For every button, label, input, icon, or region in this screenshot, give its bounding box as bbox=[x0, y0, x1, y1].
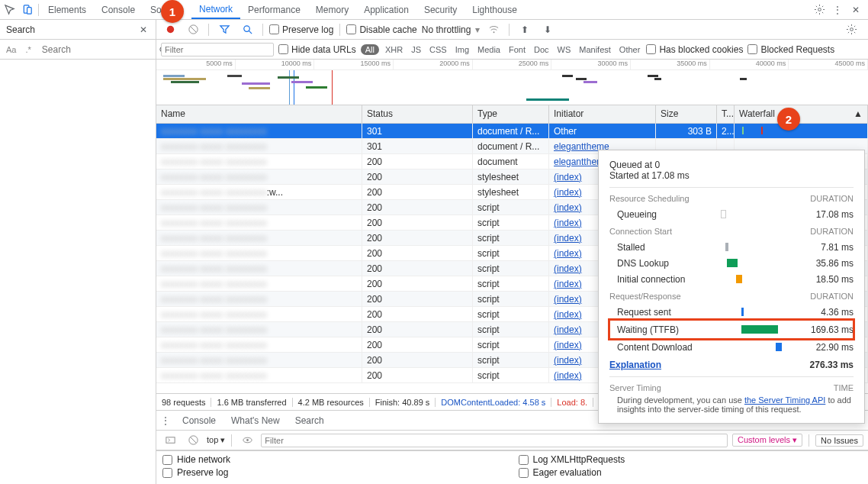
col-type[interactable]: Type bbox=[473, 105, 549, 123]
throttling-select[interactable]: No throttling bbox=[422, 24, 471, 35]
popup-queued: Queued at 0 bbox=[609, 160, 854, 170]
timeline-overview[interactable]: 5000 ms10000 ms15000 ms20000 ms25000 ms3… bbox=[156, 60, 868, 105]
popup-conn-value: 18.50 ms bbox=[794, 274, 854, 285]
popup-section-label: Request/Response bbox=[609, 292, 681, 301]
filter-type-xhr[interactable]: XHR bbox=[384, 45, 404, 54]
regex-icon[interactable]: .* bbox=[22, 45, 34, 54]
tab-security[interactable]: Security bbox=[416, 0, 465, 19]
popup-section-label: Resource Scheduling bbox=[609, 194, 690, 203]
popup-stalled-value: 7.81 ms bbox=[794, 242, 854, 253]
sort-icon: ▲ bbox=[854, 108, 863, 120]
download-har-icon[interactable]: ⬇ bbox=[538, 21, 557, 39]
issues-button[interactable]: No Issues bbox=[815, 434, 863, 447]
status-transferred: 1.6 MB transferred bbox=[211, 398, 292, 407]
disable-cache-checkbox[interactable]: Disable cache bbox=[346, 24, 416, 35]
drawer-tab-search[interactable]: Search bbox=[288, 411, 332, 430]
server-timing-desc: During development, you can use the Serv… bbox=[609, 395, 854, 414]
filter-type-font[interactable]: Font bbox=[507, 45, 527, 54]
col-status[interactable]: Status bbox=[362, 105, 473, 123]
col-waterfall[interactable]: Waterfall▲ bbox=[735, 105, 868, 123]
blocked-requests-checkbox[interactable]: Blocked Requests bbox=[747, 44, 834, 55]
filter-bar: Hide data URLs All XHRJSCSSImgMediaFontD… bbox=[156, 40, 868, 60]
drawer-tab-what-s-new[interactable]: What's New bbox=[223, 411, 288, 430]
hide-network-checkbox[interactable]: Hide network bbox=[162, 454, 506, 465]
wifi-icon[interactable] bbox=[484, 21, 503, 39]
device-toggle-icon[interactable] bbox=[18, 1, 37, 19]
kebab-icon[interactable]: ⋮ bbox=[828, 1, 847, 19]
svg-point-12 bbox=[246, 439, 249, 441]
drawer-tab-console[interactable]: Console bbox=[175, 411, 223, 430]
hide-data-urls-checkbox[interactable]: Hide data URLs bbox=[278, 44, 356, 55]
filter-type-img[interactable]: Img bbox=[454, 45, 471, 54]
filter-type-js[interactable]: JS bbox=[410, 45, 423, 54]
tab-lighthouse[interactable]: Lighthouse bbox=[465, 0, 525, 19]
upload-har-icon[interactable]: ⬆ bbox=[516, 21, 534, 39]
cancel-icon[interactable] bbox=[184, 431, 202, 450]
tab-console[interactable]: Console bbox=[94, 0, 143, 19]
filter-type-doc[interactable]: Doc bbox=[532, 45, 551, 54]
svg-point-2 bbox=[818, 8, 821, 11]
tab-memory[interactable]: Memory bbox=[308, 0, 356, 19]
record-icon[interactable] bbox=[161, 21, 179, 39]
popup-duration-label: DURATION bbox=[810, 194, 854, 203]
inspect-icon[interactable] bbox=[0, 1, 18, 19]
clear-log-icon[interactable] bbox=[184, 21, 202, 39]
col-name[interactable]: Name bbox=[156, 105, 362, 123]
clear-icon[interactable]: ✕ bbox=[134, 21, 153, 39]
separator bbox=[509, 24, 510, 36]
preserve-log-checkbox[interactable]: Preserve log bbox=[162, 467, 506, 478]
eye-icon[interactable] bbox=[238, 431, 256, 450]
filter-type-other[interactable]: Other bbox=[618, 45, 642, 54]
popup-queueing-label: Queueing bbox=[609, 209, 709, 220]
log-xhr-checkbox[interactable]: Log XMLHttpRequests bbox=[519, 454, 863, 465]
separator bbox=[231, 434, 232, 447]
filter-icon[interactable] bbox=[215, 21, 233, 39]
tab-application[interactable]: Application bbox=[356, 0, 416, 19]
popup-dns-value: 35.86 ms bbox=[794, 258, 854, 269]
case-sensitive-icon[interactable]: Aa bbox=[3, 45, 19, 54]
context-select[interactable]: top ▾ bbox=[207, 435, 225, 445]
svg-point-7 bbox=[493, 31, 495, 33]
preserve-log-checkbox[interactable]: Preserve log bbox=[269, 24, 333, 35]
has-blocked-cookies-checkbox[interactable]: Has blocked cookies bbox=[646, 44, 743, 55]
devtools-tabbar: ElementsConsoleSourcesNetworkPerformance… bbox=[0, 0, 868, 20]
server-timing-api-link[interactable]: the Server Timing API bbox=[744, 395, 825, 405]
timeline-tick: 45000 ms bbox=[789, 60, 868, 69]
col-initiator[interactable]: Initiator bbox=[549, 105, 656, 123]
col-time[interactable]: T... bbox=[717, 105, 735, 123]
filter-type-manifest[interactable]: Manifest bbox=[577, 45, 612, 54]
filter-type-all[interactable]: All bbox=[361, 44, 379, 55]
status-requests: 98 requests bbox=[156, 398, 211, 407]
popup-queueing-value: 17.08 ms bbox=[794, 209, 854, 220]
tab-performance[interactable]: Performance bbox=[240, 0, 308, 19]
settings-icon[interactable] bbox=[810, 1, 828, 19]
log-levels-select[interactable]: Custom levels ▾ bbox=[732, 434, 802, 447]
col-size[interactable]: Size bbox=[656, 105, 717, 123]
filter-type-css[interactable]: CSS bbox=[428, 45, 448, 54]
search-network-icon[interactable] bbox=[238, 21, 256, 39]
filter-type-media[interactable]: Media bbox=[476, 45, 502, 54]
request-row[interactable]: xxxxxxxx xxxxx xxxxxxxxx301document / R.… bbox=[156, 124, 868, 139]
timeline-tick: 35000 ms bbox=[631, 60, 710, 69]
filter-input[interactable] bbox=[161, 43, 274, 56]
popup-reqsent-label: Request sent bbox=[609, 307, 709, 318]
network-toolbar: Preserve log Disable cache No throttling… bbox=[156, 20, 868, 40]
kebab-icon[interactable]: ⋮ bbox=[156, 411, 175, 430]
separator bbox=[339, 24, 340, 36]
search-input[interactable] bbox=[37, 44, 156, 55]
close-icon[interactable]: ✕ bbox=[847, 1, 865, 19]
timing-popup: Queued at 0 Started at 17.08 ms Resource… bbox=[598, 150, 865, 424]
settings-icon[interactable] bbox=[842, 21, 860, 39]
eager-eval-checkbox[interactable]: Eager evaluation bbox=[519, 467, 863, 478]
tab-network[interactable]: Network bbox=[191, 0, 240, 19]
popup-ttfb-value: 169.63 ms bbox=[794, 324, 854, 335]
timeline-tick: 20000 ms bbox=[394, 60, 473, 69]
separator bbox=[38, 4, 39, 16]
execute-icon[interactable] bbox=[161, 431, 179, 450]
tab-elements[interactable]: Elements bbox=[40, 0, 94, 19]
filter-type-ws[interactable]: WS bbox=[556, 45, 573, 54]
chevron-down-icon[interactable]: ▾ bbox=[475, 24, 480, 35]
explanation-link[interactable]: Explanation bbox=[609, 360, 661, 370]
console-filter-input[interactable] bbox=[261, 434, 728, 447]
status-resources: 4.2 MB resources bbox=[293, 398, 370, 407]
